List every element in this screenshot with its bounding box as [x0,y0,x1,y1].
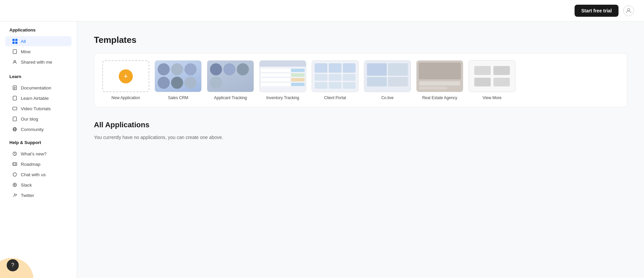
file-icon [12,49,17,54]
all-label: All [21,39,26,44]
sidebar-item-community[interactable]: Community [5,124,71,134]
sidebar: Applications All Mine [0,0,77,278]
all-apps-title: All Applications [94,121,627,129]
sidebar-item-whats-new[interactable]: What's new? [5,149,71,159]
template-label-new: New Application [111,95,140,100]
community-label: Community [21,127,44,132]
chat-icon [12,172,17,177]
sidebar-item-docs[interactable]: Documentation [5,83,71,93]
svg-rect-3 [12,42,15,44]
sidebar-item-all[interactable]: All [5,36,71,46]
mine-label: Mine [21,49,31,54]
template-thumb-new: + [102,60,149,92]
blog-icon [12,116,17,122]
grid-icon [12,39,17,44]
template-label-crm: Sales CRM [168,95,189,100]
video-icon [12,106,17,111]
template-thumb-inventory [259,60,306,92]
shared-label: Shared with me [21,60,52,65]
template-inventory-tracking[interactable]: Inventory Tracking [259,60,306,100]
roadmap-label: Roadmap [21,162,41,167]
template-colive[interactable]: Co.live [364,60,411,100]
svg-rect-1 [12,39,15,41]
template-label-real-estate: Real Estate Agency [422,95,458,100]
blog-label: Our blog [21,117,38,122]
help-button[interactable]: ? [7,259,19,271]
applications-section-label: Applications [3,27,74,36]
template-sales-crm[interactable]: Sales CRM [155,60,202,100]
svg-rect-12 [13,107,17,110]
learn-section-label: Learn [3,74,74,82]
learn-icon [12,95,17,101]
svg-rect-11 [13,96,17,100]
template-thumb-applicant [207,60,254,92]
svg-point-21 [13,173,17,177]
video-label: Video Tutorials [21,106,51,111]
svg-point-0 [628,8,630,11]
user-avatar[interactable] [623,5,634,16]
chat-label: Chat with us [21,172,46,177]
start-trial-button[interactable]: Start free trial [575,5,619,17]
templates-grid: + New Application [102,60,619,100]
templates-container: + New Application [94,53,627,107]
empty-apps-message: You currently have no applications, you … [94,135,627,140]
template-thumb-colive [364,60,411,92]
template-label-colive: Co.live [381,95,394,100]
sidebar-item-learn-airtable[interactable]: Learn Airtable [5,93,71,103]
docs-icon [12,85,17,90]
template-view-more[interactable]: View More [469,60,516,100]
whats-new-icon [12,151,17,156]
sidebar-item-mine[interactable]: Mine [5,47,71,57]
svg-rect-13 [13,117,17,121]
learn-airtable-label: Learn Airtable [21,96,49,101]
sidebar-item-blog[interactable]: Our blog [5,114,71,124]
page-title: Templates [94,35,627,45]
template-thumb-client [312,60,359,92]
sidebar-item-chat[interactable]: Chat with us [5,169,71,180]
template-client-portal[interactable]: Client Portal [312,60,359,100]
help-section-label: Help & Support [3,140,74,148]
template-label-client: Client Portal [324,95,346,100]
template-thumb-real-estate [416,60,463,92]
twitter-icon [12,193,17,198]
slack-label: Slack [21,183,32,188]
template-label-inventory: Inventory Tracking [266,95,299,100]
template-thumb-more [469,60,516,92]
new-app-plus-icon: + [119,69,133,83]
roadmap-icon [12,161,17,167]
sidebar-item-slack[interactable]: Slack [5,180,71,190]
sidebar-item-twitter[interactable]: Twitter [5,190,71,200]
main-content: Templates + New Application [77,21,644,278]
slack-icon [12,182,17,188]
docs-label: Documentation [21,85,51,90]
svg-point-6 [14,61,15,62]
svg-rect-18 [13,163,17,166]
sidebar-item-shared[interactable]: Shared with me [5,57,71,67]
svg-rect-4 [15,42,17,44]
community-icon [12,127,17,132]
sidebar-item-roadmap[interactable]: Roadmap [5,159,71,169]
template-thumb-crm [155,60,202,92]
template-label-applicant: Applicant Tracking [214,95,247,100]
topbar: Start free trial [0,0,644,21]
svg-rect-7 [13,86,17,90]
template-new-application[interactable]: + New Application [102,60,149,100]
svg-rect-2 [15,39,17,41]
template-applicant-tracking[interactable]: Applicant Tracking [207,60,254,100]
template-real-estate[interactable]: Real Estate Agency [416,60,463,100]
twitter-label: Twitter [21,193,34,198]
shared-icon [12,59,17,65]
sidebar-item-video[interactable]: Video Tutorials [5,103,71,114]
whats-new-label: What's new? [21,151,47,156]
svg-rect-5 [13,50,17,54]
template-label-more: View More [483,95,501,100]
